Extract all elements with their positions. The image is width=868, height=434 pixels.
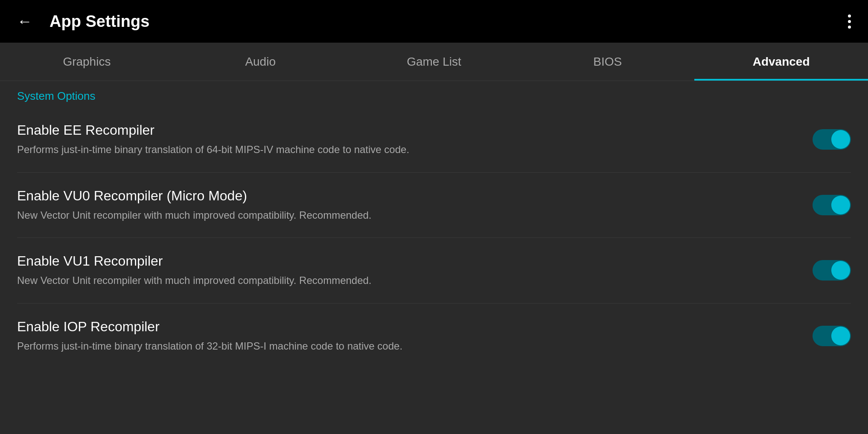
setting-vu1-recompiler-title: Enable VU1 Recompiler (17, 253, 787, 269)
tab-bar: Graphics Audio Game List BIOS Advanced (0, 43, 868, 81)
settings-list: Enable EE Recompiler Performs just-in-ti… (0, 107, 868, 368)
toggle-vu1-recompiler-knob (831, 261, 850, 280)
setting-iop-recompiler: Enable IOP Recompiler Performs just-in-t… (17, 304, 851, 369)
setting-vu0-recompiler: Enable VU0 Recompiler (Micro Mode) New V… (17, 173, 851, 238)
section-header[interactable]: System Options (0, 81, 868, 107)
setting-ee-recompiler: Enable EE Recompiler Performs just-in-ti… (17, 107, 851, 173)
toggle-ee-recompiler[interactable] (813, 129, 851, 150)
more-dot-3 (848, 26, 851, 29)
tab-graphics[interactable]: Graphics (0, 43, 174, 81)
toggle-vu0-recompiler[interactable] (813, 195, 851, 215)
setting-vu0-recompiler-title: Enable VU0 Recompiler (Micro Mode) (17, 188, 787, 204)
setting-vu1-recompiler: Enable VU1 Recompiler New Vector Unit re… (17, 238, 851, 304)
toggle-vu0-recompiler-knob (831, 196, 850, 214)
toggle-iop-recompiler-knob (831, 327, 850, 345)
toggle-iop-recompiler[interactable] (813, 326, 851, 346)
setting-ee-recompiler-title: Enable EE Recompiler (17, 122, 787, 138)
setting-iop-recompiler-desc: Performs just-in-time binary translation… (17, 339, 787, 353)
back-button[interactable]: ← (17, 12, 32, 30)
toggle-vu1-recompiler[interactable] (813, 260, 851, 281)
app-bar: ← App Settings (0, 0, 868, 43)
setting-iop-recompiler-text: Enable IOP Recompiler Performs just-in-t… (17, 319, 813, 353)
more-options-button[interactable] (848, 14, 851, 29)
setting-iop-recompiler-title: Enable IOP Recompiler (17, 319, 787, 335)
tab-advanced[interactable]: Advanced (694, 43, 868, 81)
tab-bios[interactable]: BIOS (521, 43, 694, 81)
setting-vu1-recompiler-desc: New Vector Unit recompiler with much imp… (17, 273, 787, 288)
setting-ee-recompiler-text: Enable EE Recompiler Performs just-in-ti… (17, 122, 813, 157)
tab-audio[interactable]: Audio (174, 43, 347, 81)
toggle-ee-recompiler-knob (831, 130, 850, 149)
tab-gamelist[interactable]: Game List (347, 43, 521, 81)
app-title: App Settings (50, 12, 149, 31)
setting-vu0-recompiler-text: Enable VU0 Recompiler (Micro Mode) New V… (17, 188, 813, 223)
app-bar-left: ← App Settings (17, 12, 149, 31)
more-dot-1 (848, 14, 851, 17)
setting-vu1-recompiler-text: Enable VU1 Recompiler New Vector Unit re… (17, 253, 813, 288)
setting-vu0-recompiler-desc: New Vector Unit recompiler with much imp… (17, 208, 787, 223)
more-dot-2 (848, 20, 851, 23)
setting-ee-recompiler-desc: Performs just-in-time binary translation… (17, 142, 787, 157)
